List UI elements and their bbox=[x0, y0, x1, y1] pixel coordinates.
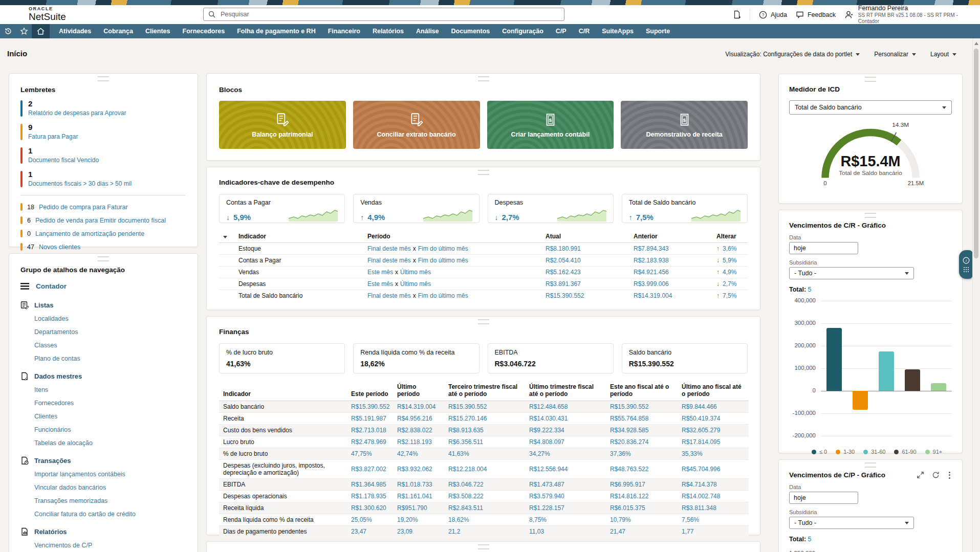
reminder-link[interactable]: Pedido de venda para Emitir documento fi… bbox=[35, 217, 166, 224]
reminder-item[interactable]: 0 Lançamento de amortização pendente bbox=[20, 230, 186, 237]
home-button[interactable] bbox=[32, 24, 50, 38]
reminder-link[interactable]: Novos clientes bbox=[39, 244, 80, 251]
finance-value[interactable]: R$45.704.996 bbox=[682, 466, 720, 473]
period-link[interactable]: Último mês bbox=[400, 269, 431, 276]
shortcut-link[interactable]: Conciliar fatura do cartão de crédito bbox=[34, 511, 136, 518]
period-link[interactable]: Fim do último mês bbox=[418, 292, 468, 299]
kpi-card[interactable]: Despesas ↓2,7% bbox=[488, 194, 614, 223]
reminder-item[interactable]: 47 Novos clientes bbox=[20, 243, 186, 251]
shortcut-link[interactable]: Localidades bbox=[34, 315, 69, 322]
panel-drag-handle[interactable] bbox=[98, 256, 109, 261]
finance-value[interactable]: 10,79% bbox=[610, 516, 631, 523]
tile-criar-lancamento[interactable]: $ Criar lançamento contábil bbox=[487, 101, 614, 149]
finance-value[interactable]: 41,63% bbox=[448, 450, 469, 457]
finance-value[interactable]: R$4.808.097 bbox=[529, 438, 564, 446]
nav-menu-item[interactable]: Atividades bbox=[53, 24, 97, 38]
feedback-button[interactable]: Feedback bbox=[796, 11, 836, 18]
finance-value[interactable]: R$3.508.222 bbox=[448, 493, 484, 500]
finance-value[interactable]: R$14.816.122 bbox=[610, 493, 648, 500]
finance-value[interactable]: 35,33% bbox=[682, 450, 703, 457]
panel-drag-handle[interactable] bbox=[865, 462, 876, 468]
legend-item[interactable]: 91+ bbox=[925, 449, 943, 455]
finance-value[interactable]: 8,75% bbox=[529, 516, 547, 523]
reminder-link[interactable]: Documento fiscal Vencido bbox=[28, 157, 99, 164]
tile-demonstrativo-receita[interactable]: $ Demonstrativo de receita bbox=[621, 101, 748, 149]
finance-value[interactable]: R$2.713.018 bbox=[351, 427, 386, 434]
finance-value[interactable]: R$12.484.658 bbox=[529, 403, 568, 410]
shortcut-link[interactable]: Funcionários bbox=[34, 426, 71, 433]
nav-menu-item[interactable]: Documentos bbox=[445, 24, 496, 38]
kpi-current-value[interactable]: R$15.390.552 bbox=[546, 292, 584, 299]
shortcut-group-transacoes[interactable]: Transações bbox=[20, 456, 186, 465]
kpi-change-value[interactable]: 5,9% bbox=[723, 257, 736, 264]
reminder-item[interactable]: 1 Documentos fiscais > 30 dias > 50 mil bbox=[20, 170, 186, 188]
panel-drag-handle[interactable] bbox=[478, 76, 489, 81]
finance-value[interactable]: R$4.956.216 bbox=[397, 415, 432, 422]
shortcut-link[interactable]: Vencimentos de C/P bbox=[34, 542, 92, 549]
shortcut-link[interactable]: Importar lançamentos contábeis bbox=[34, 471, 125, 478]
panel-drag-handle[interactable] bbox=[478, 544, 489, 549]
shortcut-group-listas[interactable]: Listas bbox=[20, 301, 186, 310]
reminder-link[interactable]: Fatura para Pagar bbox=[28, 133, 78, 140]
personalize-dropdown[interactable]: Personalizar bbox=[874, 51, 916, 58]
finance-value[interactable]: R$951.790 bbox=[397, 504, 427, 512]
finance-value[interactable]: R$3.579.940 bbox=[529, 493, 564, 500]
finance-value[interactable]: R$1.364.985 bbox=[351, 481, 386, 488]
cr-total-value[interactable]: 5 bbox=[808, 286, 812, 293]
panel-drag-handle[interactable] bbox=[865, 213, 876, 218]
kpi-previous-value[interactable]: R$14.319.004 bbox=[634, 292, 672, 299]
kpi-current-value[interactable]: R$2.054.410 bbox=[546, 257, 581, 264]
finance-card[interactable]: EBITDA R$3.046.722 bbox=[488, 343, 614, 373]
finance-value[interactable]: R$34.928.585 bbox=[610, 427, 648, 434]
nav-menu-item[interactable]: Análise bbox=[410, 24, 445, 38]
finance-value[interactable]: R$2.118.193 bbox=[397, 438, 432, 446]
reminder-link[interactable]: Relatório de despesas para Aprovar bbox=[28, 109, 126, 117]
kpi-current-value[interactable]: R$3.891.367 bbox=[546, 280, 581, 288]
column-header[interactable]: Alterar bbox=[712, 230, 748, 243]
shortcuts-button[interactable] bbox=[16, 24, 32, 38]
shortcut-link[interactable]: Clientes bbox=[34, 413, 57, 420]
scroll-up-arrow-icon[interactable] bbox=[974, 42, 978, 45]
finance-value[interactable]: 23,47 bbox=[351, 528, 366, 535]
finance-value[interactable]: R$3.046.722 bbox=[448, 481, 484, 488]
finance-value[interactable]: R$6.995.917 bbox=[610, 481, 645, 488]
finance-value[interactable]: R$14.319.004 bbox=[397, 403, 435, 410]
nav-menu-item[interactable]: Folha de pagamento e RH bbox=[231, 24, 322, 38]
nav-menu-item[interactable]: C/P bbox=[550, 24, 573, 38]
finance-value[interactable]: R$1.018.733 bbox=[397, 481, 432, 488]
column-header[interactable]: Último ano fiscal até o período bbox=[678, 381, 749, 401]
kpi-card[interactable]: Contas a Pagar ↓5,9% bbox=[219, 194, 345, 223]
kpi-previous-value[interactable]: R$2.183.938 bbox=[634, 257, 669, 264]
finance-value[interactable]: R$14.030.431 bbox=[529, 415, 568, 422]
shortcut-link[interactable]: Transações memorizadas bbox=[34, 497, 107, 504]
finance-value[interactable]: R$14.002.748 bbox=[682, 493, 720, 500]
finance-value[interactable]: 23,09 bbox=[397, 528, 412, 535]
assistant-side-tab[interactable]: i bbox=[959, 250, 973, 279]
shortcut-link[interactable]: Vincular dados bancários bbox=[34, 484, 106, 491]
expand-icon[interactable] bbox=[917, 471, 924, 479]
reminder-item[interactable]: 1 Documento fiscal Vencido bbox=[20, 146, 186, 164]
finance-value[interactable]: 21,47 bbox=[610, 528, 625, 535]
cr-bar-91+[interactable] bbox=[931, 383, 946, 391]
finance-value[interactable]: R$12.556.944 bbox=[529, 466, 568, 473]
finance-value[interactable]: R$2.843.511 bbox=[448, 504, 483, 512]
finance-value[interactable]: R$50.419.374 bbox=[682, 415, 720, 422]
finance-value[interactable]: R$55.764.858 bbox=[610, 415, 648, 422]
cr-bar-1-30[interactable] bbox=[853, 391, 868, 410]
reminder-item[interactable]: 9 Fatura para Pagar bbox=[20, 123, 186, 141]
finance-value[interactable]: R$9.844.466 bbox=[682, 403, 717, 410]
finance-value[interactable]: R$20.836.274 bbox=[610, 438, 648, 446]
finance-value[interactable]: R$1.300.620 bbox=[351, 504, 386, 512]
panel-drag-handle[interactable] bbox=[478, 319, 489, 324]
global-search[interactable] bbox=[203, 8, 564, 21]
cr-bar-61-90[interactable] bbox=[905, 369, 920, 391]
nav-menu-item[interactable]: SuiteApps bbox=[596, 24, 640, 38]
finance-value[interactable]: 47,75% bbox=[351, 450, 372, 457]
finance-value[interactable]: R$1.161.041 bbox=[397, 493, 432, 500]
finance-value[interactable]: R$3.827.002 bbox=[351, 466, 386, 473]
period-link[interactable]: Fim do último mês bbox=[418, 257, 468, 264]
shortcut-link[interactable]: Tabelas de alocação bbox=[34, 439, 93, 447]
finance-value[interactable]: R$12.218.004 bbox=[448, 466, 487, 473]
finance-value[interactable]: R$15.390.552 bbox=[610, 403, 648, 410]
kpi-previous-value[interactable]: R$7.894.343 bbox=[634, 245, 669, 252]
